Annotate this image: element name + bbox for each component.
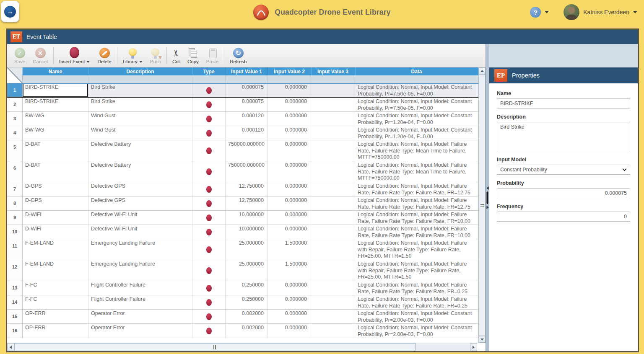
toolbar-button[interactable]: Cut xyxy=(169,45,184,66)
table-row[interactable]: 8D-GPSDefective GPS12.7500000.000000Logi… xyxy=(7,196,478,211)
input-value-1-cell[interactable]: 12.750000 xyxy=(226,196,268,210)
name-cell[interactable]: OP-ERR xyxy=(23,324,88,338)
toolbar-button[interactable]: Copy xyxy=(184,45,203,66)
user-dropdown-caret-icon[interactable] xyxy=(633,11,637,13)
toolbar-button[interactable]: Cancel xyxy=(29,45,52,66)
data-cell[interactable]: Logical Condition: Normal, Input Model: … xyxy=(355,211,478,225)
row-number-cell[interactable]: 2 xyxy=(7,98,23,111)
row-number-cell[interactable]: 1 xyxy=(7,83,23,97)
name-cell[interactable]: F-FC xyxy=(23,281,88,295)
scroll-down-button[interactable] xyxy=(479,336,486,343)
type-cell[interactable] xyxy=(192,161,226,182)
column-header[interactable]: Name xyxy=(23,67,88,75)
toolbar-button[interactable]: Insert Event xyxy=(55,45,93,66)
user-avatar[interactable] xyxy=(564,4,579,20)
input-value-3-cell[interactable] xyxy=(311,140,355,161)
input-value-1-cell[interactable]: 25.000000 xyxy=(226,260,268,281)
input-value-2-cell[interactable]: 0.000000 xyxy=(268,324,311,338)
data-cell[interactable]: Logical Condition: Normal, Input Model: … xyxy=(355,98,478,111)
input-value-3-cell[interactable] xyxy=(311,83,355,97)
toolbar-button[interactable]: Refresh xyxy=(226,45,250,66)
description-cell[interactable]: Defective Wi-Fi Unit xyxy=(88,225,192,239)
row-number-cell[interactable]: 3 xyxy=(7,112,23,126)
input-value-1-cell[interactable]: 10.000000 xyxy=(226,211,268,225)
name-cell[interactable]: BIRD-STRIKE xyxy=(23,98,88,111)
column-header[interactable]: Input Value 2 xyxy=(268,67,311,75)
name-cell[interactable]: D-WiFi xyxy=(23,211,88,225)
name-cell[interactable]: BW-WG xyxy=(23,126,88,140)
type-cell[interactable] xyxy=(192,140,226,161)
description-cell[interactable]: Emergency Landing Failure xyxy=(88,239,192,260)
input-value-1-cell[interactable]: 12.750000 xyxy=(226,182,268,196)
toolbar-button[interactable]: Push xyxy=(146,45,165,66)
input-value-3-cell[interactable] xyxy=(311,112,355,126)
input-value-2-cell[interactable]: 0.000000 xyxy=(268,281,311,295)
data-cell[interactable]: Logical Condition: Normal, Input Model: … xyxy=(355,126,478,140)
help-icon[interactable]: ? xyxy=(530,7,541,18)
input-value-3-cell[interactable] xyxy=(311,182,355,196)
input-value-1-cell[interactable]: 0.000075 xyxy=(226,83,268,97)
description-cell[interactable]: Wind Gust xyxy=(88,126,192,140)
input-value-2-cell[interactable]: 0.000000 xyxy=(268,211,311,225)
name-cell[interactable]: D-BAT xyxy=(23,140,88,161)
input-value-3-cell[interactable] xyxy=(311,161,355,182)
user-name[interactable]: Katniss Everdeen xyxy=(583,9,629,16)
toolbar-button[interactable]: Save xyxy=(10,45,29,66)
input-value-3-cell[interactable] xyxy=(311,126,355,140)
probability-input[interactable] xyxy=(497,188,630,198)
type-cell[interactable] xyxy=(192,324,226,338)
input-model-select[interactable]: Constant Probability xyxy=(497,165,630,175)
input-value-2-cell[interactable]: 0.000000 xyxy=(268,161,311,182)
type-cell[interactable] xyxy=(192,112,226,126)
input-value-3-cell[interactable] xyxy=(311,196,355,210)
data-cell[interactable]: Logical Condition: Normal, Input Model: … xyxy=(355,295,478,309)
scroll-up-button[interactable] xyxy=(479,67,486,74)
input-value-2-cell[interactable]: 0.000000 xyxy=(268,83,311,97)
name-input[interactable] xyxy=(497,98,630,109)
description-cell[interactable]: Flight Controller Failure xyxy=(88,281,192,295)
input-value-1-cell[interactable]: 0.002000 xyxy=(226,310,268,323)
data-cell[interactable]: Logical Condition: Normal, Input Model: … xyxy=(355,260,478,281)
data-cell[interactable]: Logical Condition: Normal, Input Model: … xyxy=(355,239,478,260)
input-value-1-cell[interactable]: 0.000120 xyxy=(226,126,268,140)
panel-splitter[interactable] xyxy=(486,44,489,351)
help-dropdown-caret-icon[interactable] xyxy=(545,11,549,13)
description-cell[interactable]: Emergency Landing Failure xyxy=(88,260,192,281)
row-number-cell[interactable]: 14 xyxy=(7,295,23,309)
input-value-2-cell[interactable]: 1.500000 xyxy=(268,239,311,260)
toolbar-button[interactable]: Paste xyxy=(203,45,222,66)
table-row[interactable]: 14F-FCFlight Controller Failure0.2500000… xyxy=(7,295,478,310)
vertical-scrollbar[interactable] xyxy=(478,67,486,343)
input-value-1-cell[interactable]: 0.250000 xyxy=(226,295,268,309)
table-row[interactable]: 13F-FCFlight Controller Failure0.2500000… xyxy=(7,281,478,295)
description-cell[interactable]: Defective Wi-Fi Unit xyxy=(88,211,192,225)
toolbar-button[interactable]: Delete xyxy=(93,45,115,66)
horizontal-scrollbar-track[interactable] xyxy=(14,343,470,351)
description-textarea[interactable]: Bird Strike xyxy=(497,122,630,151)
input-value-1-cell[interactable]: 25.000000 xyxy=(226,239,268,260)
input-value-1-cell[interactable]: 0.250000 xyxy=(226,281,268,295)
data-cell[interactable]: Logical Condition: Normal, Input Model: … xyxy=(355,112,478,126)
data-cell[interactable]: Logical Condition: Normal, Input Model: … xyxy=(355,281,478,295)
input-value-2-cell[interactable]: 0.000000 xyxy=(268,196,311,210)
scroll-left-button[interactable] xyxy=(7,343,14,351)
nav-tab[interactable]: → xyxy=(1,1,19,22)
name-cell[interactable]: D-GPS xyxy=(23,196,88,210)
row-number-cell[interactable]: 16 xyxy=(7,324,23,338)
data-cell[interactable]: Logical Condition: Normal, Input Model: … xyxy=(355,161,478,182)
toolbar-button[interactable]: Library xyxy=(119,45,146,66)
input-model-value[interactable]: Constant Probability xyxy=(497,165,630,175)
table-row[interactable]: 9D-WiFiDefective Wi-Fi Unit10.0000000.00… xyxy=(7,211,478,225)
input-value-2-cell[interactable]: 0.000000 xyxy=(268,310,311,323)
row-number-cell[interactable]: 4 xyxy=(7,126,23,140)
input-value-3-cell[interactable] xyxy=(311,211,355,225)
table-row[interactable]: 10D-WiFiDefective Wi-Fi Unit10.0000000.0… xyxy=(7,225,478,239)
table-row[interactable]: 12F-EM-LANDEmergency Landing Failure25.0… xyxy=(7,260,478,281)
table-row[interactable]: 16OP-ERROperator Error0.0020000.000000Lo… xyxy=(7,324,478,338)
data-cell[interactable]: Logical Condition: Normal, Input Model: … xyxy=(355,196,478,210)
data-cell[interactable]: Logical Condition: Normal, Input Model: … xyxy=(355,310,478,323)
description-cell[interactable]: Operator Error xyxy=(88,310,192,323)
description-cell[interactable]: Defective GPS xyxy=(88,182,192,196)
input-value-1-cell[interactable]: 0.000120 xyxy=(226,112,268,126)
row-number-cell[interactable]: 8 xyxy=(7,196,23,210)
